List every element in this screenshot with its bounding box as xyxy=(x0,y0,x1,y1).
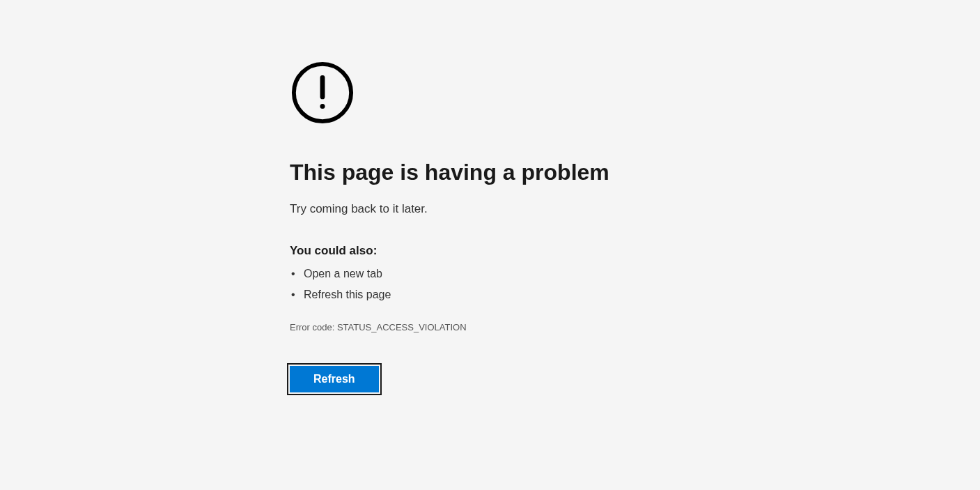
error-code: Error code: STATUS_ACCESS_VIOLATION xyxy=(290,322,708,332)
suggestion-list: Open a new tab Refresh this page xyxy=(290,268,708,301)
error-heading: This page is having a problem xyxy=(290,159,708,185)
suggestions-heading: You could also: xyxy=(290,244,708,258)
error-subtext: Try coming back to it later. xyxy=(290,202,708,216)
refresh-button[interactable]: Refresh xyxy=(290,366,379,392)
error-page: This page is having a problem Try coming… xyxy=(290,0,708,392)
warning-icon xyxy=(290,60,708,125)
suggestion-item: Refresh this page xyxy=(290,289,708,301)
svg-point-2 xyxy=(320,104,325,109)
suggestion-item: Open a new tab xyxy=(290,268,708,280)
